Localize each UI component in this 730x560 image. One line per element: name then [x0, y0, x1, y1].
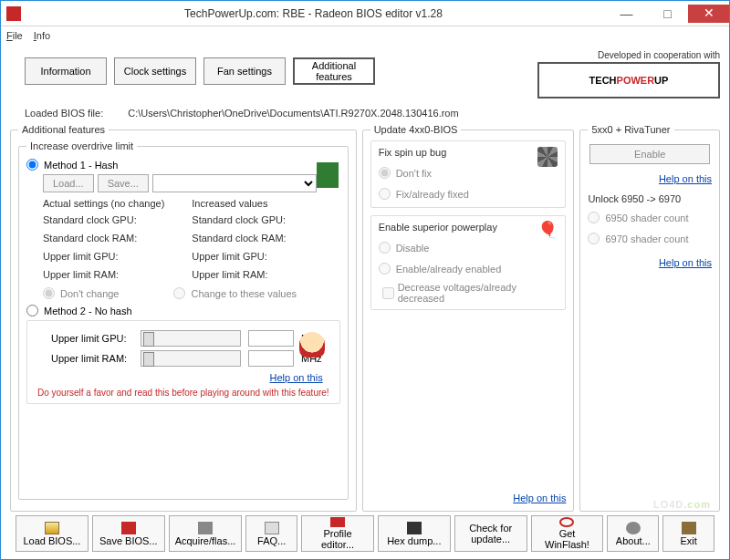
cooperation-label: Developed in cooperation with: [537, 50, 720, 60]
r6950-radio[interactable]: [588, 212, 600, 223]
power-icon: [559, 517, 574, 527]
tab-clock-settings[interactable]: Clock settings: [114, 57, 196, 85]
unlock-help-link[interactable]: Help on this: [659, 257, 712, 268]
additional-features-group: Additional features Increase overdrive l…: [10, 124, 357, 512]
chip-icon: [198, 522, 213, 534]
tab-fan-settings[interactable]: Fan settings: [203, 57, 286, 85]
riva-help-link[interactable]: Help on this: [659, 173, 712, 184]
r6950-label: 6950 shader count: [605, 213, 688, 223]
riva-enable-button[interactable]: Enable: [589, 144, 710, 164]
m2-upper-gpu-slider[interactable]: [141, 330, 241, 347]
overdrive-legend: Increase overdrive limit: [26, 140, 137, 151]
overdrive-help-link[interactable]: Help on this: [270, 372, 323, 383]
actual-up-ram: Upper limit RAM:: [43, 269, 164, 282]
overdrive-group: Increase overdrive limit Method 1 - Hash…: [18, 140, 349, 500]
inc-up-ram: Upper limit RAM:: [192, 269, 286, 282]
menu-info[interactable]: Info: [34, 30, 50, 41]
maximize-button[interactable]: □: [647, 5, 688, 23]
method2-box: Upper limit GPU: MHz Upper limit RAM: MH…: [26, 320, 340, 404]
rivatuner-group: 5xx0 + RivaTuner Enable Help on this Unl…: [579, 124, 720, 512]
sprite-icon: [317, 162, 339, 188]
faq-button[interactable]: FAQ...: [245, 515, 297, 552]
fix-radio[interactable]: [379, 188, 391, 200]
increased-values-header: Increased values: [192, 198, 286, 209]
method2-radio[interactable]: [26, 305, 38, 316]
main-tabs: Information Clock settings Fan settings …: [10, 50, 375, 88]
pp-decrease-label: Decrease voltages/already decreased: [398, 282, 558, 304]
overdrive-select[interactable]: [152, 174, 317, 192]
inc-std-ram: Standard clock RAM:: [192, 233, 286, 245]
dont-fix-label: Don't fix: [396, 168, 432, 179]
menubar: File Info: [1, 26, 729, 45]
update-bios-legend: Update 4xx0-BIOS: [370, 124, 462, 135]
save-bios-button[interactable]: Save BIOS...: [92, 515, 165, 552]
techpowerup-logo[interactable]: TECHPOWERUP: [537, 62, 720, 99]
titlebar: TechPowerUp.com: RBE - Radeon BIOS edito…: [1, 1, 729, 26]
tab-additional-features[interactable]: Additional features: [293, 57, 375, 85]
change-to-radio[interactable]: [173, 287, 185, 299]
document-icon: [265, 522, 279, 534]
powerplay-group: Enable superior powerplay Disable Enable…: [370, 215, 567, 310]
window-title: TechPowerUp.com: RBE - Radeon BIOS edito…: [21, 7, 606, 20]
actual-up-gpu: Upper limit GPU:: [43, 251, 164, 264]
pp-enable-label: Enable/already enabled: [396, 264, 502, 275]
check-update-button[interactable]: Check for update...: [454, 515, 527, 552]
balloons-icon: [537, 220, 558, 242]
load-button[interactable]: Load...: [43, 174, 94, 192]
m2-upper-gpu-input[interactable]: [248, 330, 294, 347]
about-icon: [626, 522, 641, 534]
save-button[interactable]: Save...: [98, 174, 149, 192]
update-help-link[interactable]: Help on this: [513, 493, 566, 503]
r6970-radio[interactable]: [588, 233, 600, 244]
save-icon: [121, 522, 136, 534]
additional-features-legend: Additional features: [18, 124, 109, 135]
spin-up-group: Fix spin up bug Don't fix Fix/already fi…: [370, 140, 567, 208]
exit-icon: [682, 522, 696, 534]
change-to-label: Change to these values: [191, 288, 297, 299]
pp-enable-radio[interactable]: [379, 263, 391, 275]
fan-icon: [537, 147, 558, 167]
method1-radio[interactable]: [26, 159, 38, 171]
dont-change-label: Don't change: [60, 288, 119, 299]
powerplay-title: Enable superior powerplay: [379, 222, 558, 233]
actual-settings-header: Actual settings (no change): [43, 198, 164, 209]
method1-label: Method 1 - Hash: [44, 160, 118, 171]
inc-std-gpu: Standard clock GPU:: [192, 214, 286, 227]
inc-up-gpu: Upper limit GPU:: [192, 251, 286, 264]
tab-information[interactable]: Information: [25, 57, 107, 85]
profile-editor-button[interactable]: Profile editor...: [301, 515, 374, 552]
r6970-label: 6970 shader count: [605, 233, 688, 244]
m2-upper-ram-label: Upper limit RAM:: [51, 353, 133, 364]
menu-file[interactable]: File: [6, 30, 23, 41]
bottom-toolbar: Load BIOS... Save BIOS... Acquire/flas..…: [10, 512, 720, 555]
method2-label: Method 2 - No hash: [44, 306, 132, 316]
m2-upper-ram-input[interactable]: [248, 350, 294, 367]
acquire-flash-button[interactable]: Acquire/flas...: [169, 515, 243, 552]
update-bios-group: Update 4xx0-BIOS Fix spin up bug Don't f…: [362, 124, 575, 512]
close-button[interactable]: ✕: [688, 5, 729, 23]
rivatuner-legend: 5xx0 + RivaTuner: [588, 124, 673, 135]
pp-decrease-check[interactable]: [382, 287, 394, 299]
actual-std-ram: Standard clock RAM:: [43, 233, 164, 245]
overdrive-warning: Do yourself a favor and read this before…: [35, 388, 332, 398]
get-winflash-button[interactable]: Get WinFlash!: [531, 515, 604, 552]
pp-disable-radio[interactable]: [379, 242, 391, 254]
minimize-button[interactable]: —: [606, 5, 647, 23]
loaded-bios-label: Loaded BIOS file:: [25, 108, 103, 119]
app-icon: [6, 6, 21, 21]
exit-button[interactable]: Exit: [662, 515, 714, 552]
m2-upper-gpu-label: Upper limit GPU:: [51, 333, 133, 344]
pp-disable-label: Disable: [396, 243, 430, 254]
loaded-bios-row: Loaded BIOS file: C:\Users\Christopher\O…: [25, 108, 720, 119]
actual-std-gpu: Standard clock GPU:: [43, 214, 164, 227]
load-bios-button[interactable]: Load BIOS...: [16, 515, 89, 552]
hex-dump-button[interactable]: Hex dump...: [378, 515, 451, 552]
dont-fix-radio[interactable]: [379, 167, 391, 179]
about-button[interactable]: About...: [607, 515, 659, 552]
m2-upper-ram-slider[interactable]: [141, 350, 241, 367]
unlock-label: Unlock 6950 -> 6970: [588, 193, 712, 204]
dont-change-radio[interactable]: [43, 287, 55, 299]
spin-up-title: Fix spin up bug: [379, 147, 558, 158]
folder-open-icon: [45, 522, 59, 534]
character-icon: [299, 332, 325, 358]
